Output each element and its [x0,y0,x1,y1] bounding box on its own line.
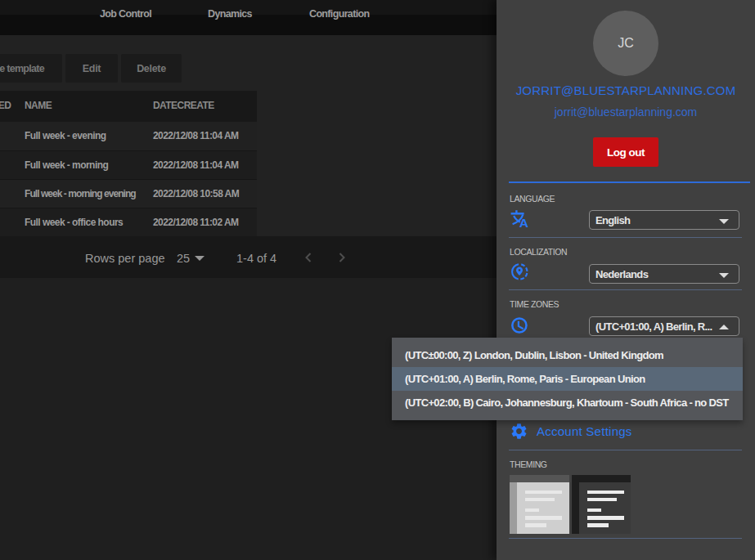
svg-text:A: A [519,216,528,228]
